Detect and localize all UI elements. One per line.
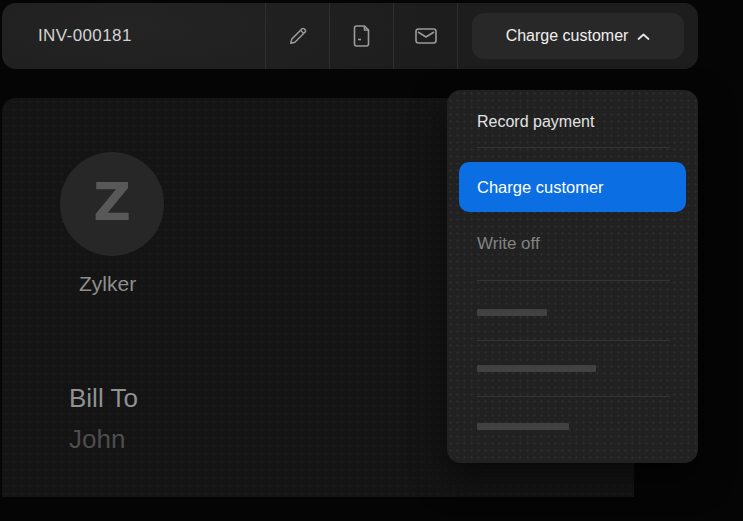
edit-invoice-button[interactable] (265, 3, 329, 69)
menu-item-charge-customer[interactable]: Charge customer (459, 162, 686, 212)
menu-item-write-off[interactable]: Write off (447, 226, 698, 262)
skeleton-menu-row (477, 423, 569, 430)
document-icon (351, 24, 372, 48)
company-logo: Z (60, 152, 164, 256)
charge-button-cell: Charge customer (457, 3, 698, 69)
menu-divider (477, 340, 670, 341)
company-name: Zylker (79, 272, 136, 296)
menu-divider (477, 396, 670, 397)
bill-to-label: Bill To (69, 383, 138, 414)
chevron-up-icon (637, 33, 650, 41)
email-invoice-button[interactable] (393, 3, 457, 69)
skeleton-menu-row (477, 365, 596, 372)
edit-pencil-icon (287, 25, 309, 47)
menu-divider (477, 280, 670, 281)
company-logo-letter: Z (93, 176, 131, 228)
menu-divider (477, 147, 670, 148)
invoice-number: INV-000181 (2, 3, 265, 69)
customer-name: John (69, 424, 125, 455)
view-pdf-button[interactable] (329, 3, 393, 69)
invoice-toolbar: INV-000181 Charge customer (2, 3, 698, 69)
charge-button-label: Charge customer (506, 27, 629, 45)
menu-item-record-payment[interactable]: Record payment (447, 104, 698, 140)
charge-customer-dropdown-menu: Record payment Charge customer Write off (447, 90, 698, 463)
charge-customer-dropdown-button[interactable]: Charge customer (472, 13, 684, 59)
app-root: { "header": { "invoice_number": "INV-000… (0, 0, 743, 521)
skeleton-menu-row (477, 309, 547, 316)
envelope-icon (414, 26, 438, 46)
